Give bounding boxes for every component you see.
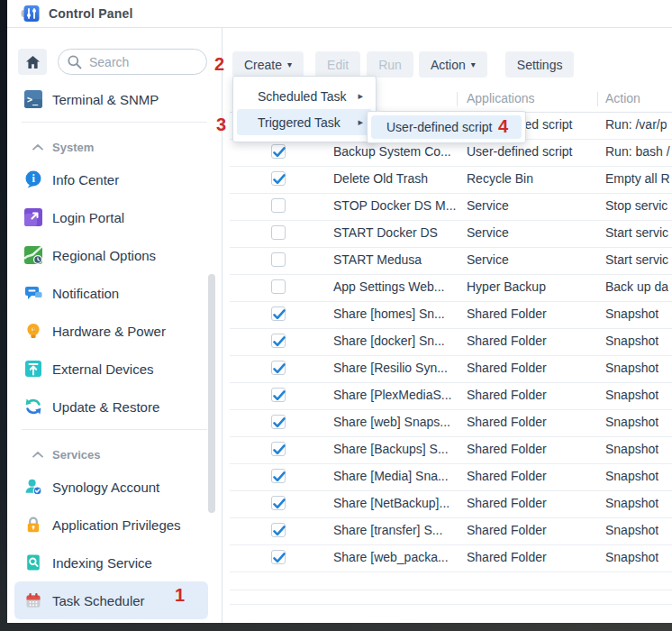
task-list: User-defined script Run: /var/p Backup S… xyxy=(222,113,672,572)
table-row[interactable]: START Medusa Service Start servic xyxy=(230,248,672,275)
row-checkbox[interactable] xyxy=(271,144,286,159)
table-row[interactable]: START Docker DS Service Start servic xyxy=(230,221,672,248)
cell-action: Snapshot xyxy=(605,550,658,564)
cell-task-name: Share [PlexMediaS... xyxy=(333,388,462,402)
row-checkbox[interactable] xyxy=(271,442,286,456)
table-row[interactable]: Share [PlexMediaS... Shared Folder Snaps… xyxy=(230,383,672,410)
home-button[interactable] xyxy=(18,49,47,75)
cell-application: Service xyxy=(467,252,598,267)
table-row[interactable]: App Settings Web... Hyper Backup Back up… xyxy=(230,275,672,302)
cell-task-name: Share [Media] Sna... xyxy=(333,469,462,483)
run-button[interactable]: Run xyxy=(367,51,413,78)
toolbar: Create▾EditRunAction▾Settings xyxy=(222,28,672,78)
login-icon xyxy=(24,208,42,226)
control-panel-icon xyxy=(21,5,40,23)
sidebar-item-login-portal[interactable]: Login Portal xyxy=(14,198,208,236)
cell-action: Snapshot xyxy=(605,415,658,429)
row-checkbox[interactable] xyxy=(271,496,286,510)
table-row[interactable]: Backup System Co... User-defined script … xyxy=(230,140,672,167)
cell-task-name: Share [web_packa... xyxy=(333,550,462,564)
row-checkbox[interactable] xyxy=(271,361,286,375)
row-checkbox[interactable] xyxy=(271,306,286,321)
edit-button[interactable]: Edit xyxy=(315,51,360,78)
cell-task-name: Share [web] Snaps... xyxy=(333,415,462,429)
table-row[interactable]: Share [web] Snaps... Shared Folder Snaps… xyxy=(230,410,672,437)
annotation-1: 1 xyxy=(175,586,185,604)
cell-action: Stop servic xyxy=(605,198,667,213)
cell-task-name: Delete Old Trash xyxy=(333,171,462,186)
row-checkbox[interactable] xyxy=(271,388,286,402)
action-button[interactable]: Action▾ xyxy=(419,51,487,78)
row-checkbox[interactable] xyxy=(271,279,286,294)
sidebar-item-update-restore[interactable]: Update & Restore xyxy=(14,388,208,425)
cell-action: Start servic xyxy=(605,225,668,240)
cell-action: Snapshot xyxy=(605,442,658,456)
cell-application: Hyper Backup xyxy=(467,279,598,294)
table-row[interactable]: Share [Resilio Syn... Shared Folder Snap… xyxy=(230,356,672,383)
caret-down-icon: ▾ xyxy=(287,60,292,69)
cell-task-name: STOP Docker DS M... xyxy=(333,198,462,213)
cell-application: Shared Folder xyxy=(467,334,598,348)
cell-application: Shared Folder xyxy=(467,523,598,537)
sidebar-section-services[interactable]: Services xyxy=(7,430,222,468)
table-row[interactable]: Share [transfer] S... Shared Folder Snap… xyxy=(230,518,672,545)
cell-task-name: Share [Backups] S... xyxy=(333,442,462,456)
titlebar: Control Panel xyxy=(7,0,672,28)
cell-action: Snapshot xyxy=(605,306,658,321)
sidebar-item-regional-options[interactable]: Regional Options xyxy=(14,236,208,274)
sidebar-item-terminal-snmp[interactable]: >_Terminal & SNMP xyxy=(14,80,208,118)
table-row[interactable]: Share [Media] Sna... Shared Folder Snaps… xyxy=(230,464,672,491)
home-icon xyxy=(26,56,40,69)
create-dropdown-menu: Scheduled Task▸Triggered Task▸ xyxy=(232,76,377,142)
hardware-icon: 1 xyxy=(24,322,42,340)
cell-application: Service xyxy=(467,225,598,240)
row-checkbox[interactable] xyxy=(271,225,286,240)
header-action[interactable]: Action xyxy=(605,91,640,105)
account-icon xyxy=(24,478,42,496)
submenu-arrow-icon: ▸ xyxy=(358,90,363,102)
settings-button[interactable]: Settings xyxy=(505,51,575,78)
annotation-4: 4 xyxy=(498,117,508,135)
menu-item-scheduled-task[interactable]: Scheduled Task▸ xyxy=(237,83,372,109)
table-row[interactable]: Share [Backups] S... Shared Folder Snaps… xyxy=(230,437,672,464)
scheduler-icon xyxy=(24,591,42,609)
table-row[interactable]: STOP Docker DS M... Service Stop servic xyxy=(230,194,672,221)
cell-application: Shared Folder xyxy=(467,496,598,510)
row-checkbox[interactable] xyxy=(271,523,286,537)
chevron-up-icon xyxy=(32,452,43,458)
sidebar-item-external-devices[interactable]: External Devices xyxy=(14,350,208,388)
sidebar-item-hardware-power[interactable]: 1Hardware & Power xyxy=(14,312,208,350)
table-row[interactable]: Share [docker] Sn... Shared Folder Snaps… xyxy=(230,329,672,356)
cell-action: Run: bash / xyxy=(605,144,670,159)
row-checkbox[interactable] xyxy=(271,415,286,429)
cell-action: Start servic xyxy=(605,252,668,267)
row-checkbox[interactable] xyxy=(271,469,286,483)
sidebar-scrollbar[interactable] xyxy=(208,274,215,513)
table-row[interactable]: Share [NetBackup]... Shared Folder Snaps… xyxy=(230,491,672,518)
table-row[interactable]: Share [homes] Sn... Shared Folder Snapsh… xyxy=(230,302,672,329)
sidebar-item-application-privileges[interactable]: Application Privileges xyxy=(14,506,208,544)
regional-icon xyxy=(24,246,42,264)
empty-row-divider xyxy=(230,590,672,590)
sidebar-section-system[interactable]: System xyxy=(7,123,222,160)
row-checkbox[interactable] xyxy=(271,198,286,213)
row-checkbox[interactable] xyxy=(271,171,286,186)
create-button[interactable]: Create▾ xyxy=(232,51,304,78)
row-checkbox[interactable] xyxy=(271,252,286,267)
cell-application: Shared Folder xyxy=(467,415,598,429)
menu-item-triggered-task[interactable]: Triggered Task▸ xyxy=(237,109,372,135)
sidebar-item-notification[interactable]: Notification xyxy=(14,274,208,312)
column-divider xyxy=(457,92,458,106)
search-box[interactable] xyxy=(58,49,207,75)
cell-action: Snapshot xyxy=(605,496,658,510)
row-checkbox[interactable] xyxy=(271,550,286,564)
table-row[interactable]: Share [web_packa... Shared Folder Snapsh… xyxy=(230,545,672,572)
cell-task-name: Share [homes] Sn... xyxy=(333,306,462,321)
table-row[interactable]: Delete Old Trash Recycle Bin Empty all R xyxy=(230,167,672,194)
sidebar-item-indexing-service[interactable]: Indexing Service xyxy=(14,544,208,581)
header-applications[interactable]: Applications xyxy=(467,91,535,105)
cell-action: Run: /var/p xyxy=(605,117,667,132)
sidebar-item-info-center[interactable]: iInfo Center xyxy=(14,160,208,198)
sidebar-item-synology-account[interactable]: Synology Account xyxy=(14,468,208,506)
row-checkbox[interactable] xyxy=(271,334,286,348)
